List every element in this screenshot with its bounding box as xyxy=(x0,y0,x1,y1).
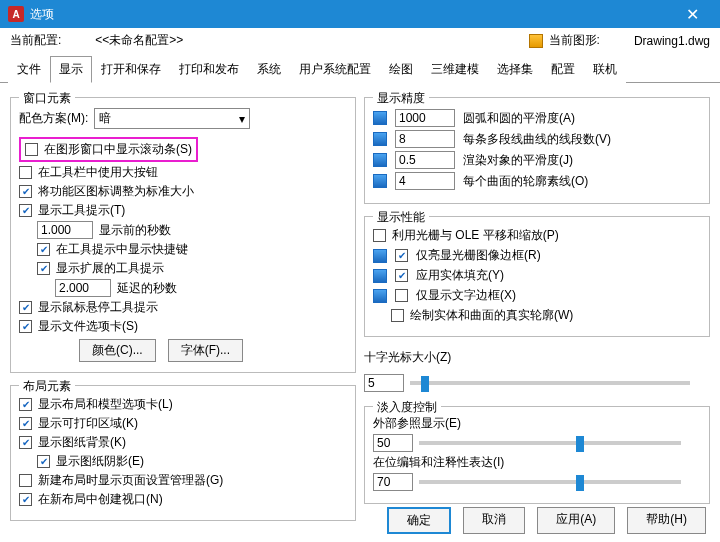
hover-checkbox[interactable] xyxy=(19,301,32,314)
newlayout-label: 新建布局时显示页面设置管理器(G) xyxy=(38,472,223,489)
layout-tabs-label: 显示布局和模型选项卡(L) xyxy=(38,396,173,413)
tab-profiles[interactable]: 配置 xyxy=(542,56,584,83)
perf-icon xyxy=(373,289,387,303)
delay-label: 延迟的秒数 xyxy=(117,280,177,297)
help-button[interactable]: 帮助(H) xyxy=(627,507,706,534)
layout-elements-title: 布局元素 xyxy=(19,378,75,395)
tab-drafting[interactable]: 绘图 xyxy=(380,56,422,83)
tab-open-save[interactable]: 打开和保存 xyxy=(92,56,170,83)
tab-3d[interactable]: 三维建模 xyxy=(422,56,488,83)
tab-display[interactable]: 显示 xyxy=(50,56,92,83)
display-precision-title: 显示精度 xyxy=(373,90,429,107)
layout-elements-group: 布局元素 显示布局和模型选项卡(L) 显示可打印区域(K) 显示图纸背景(K) … xyxy=(10,385,356,521)
drawing-label: 当前图形: xyxy=(549,32,600,49)
colors-button[interactable]: 颜色(C)... xyxy=(79,339,156,362)
app-icon: A xyxy=(8,6,24,22)
layout-tabs-checkbox[interactable] xyxy=(19,398,32,411)
filetab-checkbox[interactable] xyxy=(19,320,32,333)
inplace-fade-slider[interactable] xyxy=(419,480,681,484)
paper-bg-checkbox[interactable] xyxy=(19,436,32,449)
profile-value: <<未命名配置>> xyxy=(95,32,183,49)
tooltip-checkbox[interactable] xyxy=(19,204,32,217)
filetab-label: 显示文件选项卡(S) xyxy=(38,318,138,335)
xref-fade-label: 外部参照显示(E) xyxy=(373,415,701,432)
crosshair-slider[interactable] xyxy=(410,381,690,385)
arc-smooth-input[interactable] xyxy=(395,109,455,127)
cancel-button[interactable]: 取消 xyxy=(463,507,525,534)
raster-frame-checkbox[interactable] xyxy=(395,249,408,262)
window-elements-title: 窗口元素 xyxy=(19,90,75,107)
inplace-fade-label: 在位编辑和注释性表达(I) xyxy=(373,454,701,471)
paper-shadow-checkbox[interactable] xyxy=(37,455,50,468)
stdicon-checkbox[interactable] xyxy=(19,185,32,198)
display-performance-title: 显示性能 xyxy=(373,209,429,226)
bigbtn-checkbox[interactable] xyxy=(19,166,32,179)
inplace-fade-input[interactable] xyxy=(373,473,413,491)
perf-icon xyxy=(373,249,387,263)
paper-shadow-label: 显示图纸阴影(E) xyxy=(56,453,144,470)
close-button[interactable]: ✕ xyxy=(672,5,712,24)
paper-bg-label: 显示图纸背景(K) xyxy=(38,434,126,451)
precision-icon xyxy=(373,132,387,146)
printable-checkbox[interactable] xyxy=(19,417,32,430)
silhouette-checkbox[interactable] xyxy=(391,309,404,322)
tab-user-pref[interactable]: 用户系统配置 xyxy=(290,56,380,83)
ext-tooltip-checkbox[interactable] xyxy=(37,262,50,275)
fade-control-group: 淡入度控制 外部参照显示(E) 在位编辑和注释性表达(I) xyxy=(364,406,710,504)
tab-system[interactable]: 系统 xyxy=(248,56,290,83)
solid-fill-label: 应用实体填充(Y) xyxy=(416,267,504,284)
contour-lines-input[interactable] xyxy=(395,172,455,190)
silhouette-label: 绘制实体和曲面的真实轮廓(W) xyxy=(410,307,573,324)
fade-control-title: 淡入度控制 xyxy=(373,399,441,416)
tab-online[interactable]: 联机 xyxy=(584,56,626,83)
solid-fill-checkbox[interactable] xyxy=(395,269,408,282)
precision-icon xyxy=(373,174,387,188)
crosshair-input[interactable] xyxy=(364,374,404,392)
titlebar: A 选项 ✕ xyxy=(0,0,720,28)
display-precision-group: 显示精度 圆弧和圆的平滑度(A) 每条多段线曲线的线段数(V) 渲染对象的平滑度… xyxy=(364,97,710,204)
xref-fade-input[interactable] xyxy=(373,434,413,452)
viewport-label: 在新布局中创建视口(N) xyxy=(38,491,163,508)
window-elements-group: 窗口元素 配色方案(M): 暗▾ 在图形窗口中显示滚动条(S) 在工具栏中使用大… xyxy=(10,97,356,373)
contour-lines-label: 每个曲面的轮廓素线(O) xyxy=(463,173,588,190)
render-smooth-label: 渲染对象的平滑度(J) xyxy=(463,152,573,169)
perf-icon xyxy=(373,269,387,283)
delay-input[interactable] xyxy=(55,279,111,297)
tab-file[interactable]: 文件 xyxy=(8,56,50,83)
text-frame-checkbox[interactable] xyxy=(395,289,408,302)
crosshair-label: 十字光标大小(Z) xyxy=(364,349,710,366)
tooltip-seconds-input[interactable] xyxy=(37,221,93,239)
pan-zoom-label: 利用光栅与 OLE 平移和缩放(P) xyxy=(392,227,559,244)
polyline-seg-input[interactable] xyxy=(395,130,455,148)
display-performance-group: 显示性能 利用光栅与 OLE 平移和缩放(P) 仅亮显光栅图像边框(R) 应用实… xyxy=(364,216,710,337)
info-row: 当前配置: <<未命名配置>> 当前图形: Drawing1.dwg xyxy=(0,28,720,53)
shortcut-label: 在工具提示中显示快捷键 xyxy=(56,241,188,258)
bigbtn-label: 在工具栏中使用大按钮 xyxy=(38,164,158,181)
xref-fade-slider[interactable] xyxy=(419,441,681,445)
ext-tooltip-label: 显示扩展的工具提示 xyxy=(56,260,164,277)
newlayout-checkbox[interactable] xyxy=(19,474,32,487)
pan-zoom-checkbox[interactable] xyxy=(373,229,386,242)
render-smooth-input[interactable] xyxy=(395,151,455,169)
profile-label: 当前配置: xyxy=(10,32,61,49)
shortcut-checkbox[interactable] xyxy=(37,243,50,256)
hover-label: 显示鼠标悬停工具提示 xyxy=(38,299,158,316)
dialog-footer: 确定 取消 应用(A) 帮助(H) xyxy=(387,507,706,534)
tooltip-seconds-label: 显示前的秒数 xyxy=(99,222,171,239)
tab-selection[interactable]: 选择集 xyxy=(488,56,542,83)
color-scheme-value: 暗 xyxy=(99,110,111,127)
color-scheme-select[interactable]: 暗▾ xyxy=(94,108,250,129)
ok-button[interactable]: 确定 xyxy=(387,507,451,534)
window-title: 选项 xyxy=(30,6,672,23)
precision-icon xyxy=(373,153,387,167)
polyline-seg-label: 每条多段线曲线的线段数(V) xyxy=(463,131,611,148)
apply-button[interactable]: 应用(A) xyxy=(537,507,615,534)
tab-plot[interactable]: 打印和发布 xyxy=(170,56,248,83)
precision-icon xyxy=(373,111,387,125)
raster-frame-label: 仅亮显光栅图像边框(R) xyxy=(416,247,541,264)
chevron-down-icon: ▾ xyxy=(239,112,245,126)
tooltip-label: 显示工具提示(T) xyxy=(38,202,125,219)
viewport-checkbox[interactable] xyxy=(19,493,32,506)
fonts-button[interactable]: 字体(F)... xyxy=(168,339,243,362)
scrollbar-checkbox[interactable] xyxy=(25,143,38,156)
